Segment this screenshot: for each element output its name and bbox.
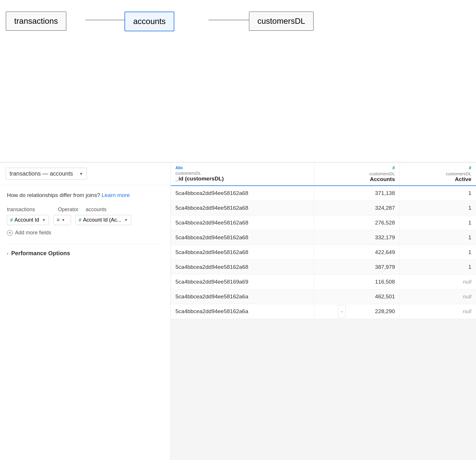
left-field-hash-icon: # — [10, 218, 13, 223]
table-row: 5ca4bbcea2dd94ee58169a69116,508null — [171, 275, 476, 289]
left-field-label: Account Id — [14, 217, 39, 223]
cell-accounts: 422,649 — [314, 245, 400, 260]
abc-type-icon: Abc — [175, 165, 183, 170]
cell-id: 5ca4bbcea2dd94ee58162a68 — [171, 216, 314, 230]
col-source-active: customersDL — [404, 171, 471, 176]
cell-id: 5ca4bbcea2dd94ee58162a68 — [171, 186, 314, 201]
col-header-id: Abc customersDL _id (customersDL) — [171, 163, 314, 186]
connector-line-1 — [85, 20, 126, 20]
right-field-chevron-icon: ▼ — [124, 218, 128, 222]
cell-accounts: 116,508 — [314, 275, 400, 289]
table-body: 5ca4bbcea2dd94ee58162a68371,13815ca4bbce… — [171, 186, 476, 319]
col-name-active: Active — [404, 176, 471, 182]
cell-id: 5ca4bbcea2dd94ee58162a68 — [171, 245, 314, 260]
left-panel: transactions — accounts ▼ How do relatio… — [0, 163, 171, 460]
right-field-hash-icon: # — [79, 218, 81, 223]
node-customersDL[interactable]: customersDL — [249, 12, 314, 31]
left-field-chevron-icon: ▼ — [42, 218, 46, 222]
cell-accounts: 228,290 — [314, 304, 400, 319]
table-row: 5ca4bbcea2dd94ee58162a68387,9791 — [171, 260, 476, 275]
col-source-accounts: customersDL — [319, 171, 395, 176]
results-table: Abc customersDL _id (customersDL) # cust… — [171, 163, 476, 319]
learn-more-link[interactable]: Learn more — [102, 192, 130, 198]
help-text-row: How do relationships differ from joins? … — [7, 192, 164, 198]
dropdown-label: transactions — accounts — [10, 170, 73, 177]
diagram-area: transactions accounts customersDL — [0, 0, 476, 162]
hash-type-icon-active: # — [469, 165, 471, 171]
left-field-select[interactable]: # Account Id ▼ — [7, 215, 49, 225]
col-name-accounts: Accounts — [319, 176, 395, 182]
table-row: 5ca4bbcea2dd94ee58162a6a228,290null — [171, 304, 476, 319]
performance-header[interactable]: › Performance Options — [7, 250, 164, 257]
operator-value: = — [57, 217, 60, 223]
cell-active: null — [400, 289, 476, 304]
cell-accounts: 276,528 — [314, 216, 400, 230]
performance-label: Performance Options — [11, 250, 70, 257]
cell-active: 1 — [400, 260, 476, 275]
table-row: 5ca4bbcea2dd94ee58162a68422,6491 — [171, 245, 476, 260]
table-row: 5ca4bbcea2dd94ee58162a68332,1791 — [171, 230, 476, 245]
relationship-dropdown[interactable]: transactions — accounts ▼ — [6, 168, 87, 180]
cell-accounts: 387,979 — [314, 260, 400, 275]
cell-active: 1 — [400, 216, 476, 230]
plus-circle-icon: + — [7, 230, 13, 236]
cell-accounts: 332,179 — [314, 230, 400, 245]
node-accounts[interactable]: accounts — [125, 12, 174, 31]
operator-header-label: Operator — [58, 207, 81, 213]
left-table-label: transactions — [7, 207, 53, 213]
panel-content: How do relationships differ from joins? … — [0, 185, 171, 460]
col-header-active: # customersDL Active — [400, 163, 476, 186]
cell-active: 1 — [400, 230, 476, 245]
right-panel: Abc customersDL _id (customersDL) # cust… — [171, 163, 476, 460]
cell-id: 5ca4bbcea2dd94ee58162a6a — [171, 304, 314, 319]
collapse-icon: ‹ — [341, 309, 343, 314]
performance-section: › Performance Options — [7, 244, 164, 257]
operator-select[interactable]: = ▼ — [54, 215, 71, 225]
right-table-label: accounts — [86, 207, 107, 213]
dropdown-chevron-icon: ▼ — [79, 171, 83, 176]
table-row: 5ca4bbcea2dd94ee58162a68276,5281 — [171, 216, 476, 230]
add-more-fields-button[interactable]: + Add more fields — [7, 230, 164, 236]
cell-active: null — [400, 304, 476, 319]
col-header-accounts: # customersDL Accounts — [314, 163, 400, 186]
cell-active: null — [400, 275, 476, 289]
connector-line-2 — [208, 20, 250, 20]
cell-active: 1 — [400, 186, 476, 201]
help-text-label: How do relationships differ from joins? — [7, 192, 100, 198]
cell-id: 5ca4bbcea2dd94ee58169a69 — [171, 275, 314, 289]
cell-active: 1 — [400, 201, 476, 216]
node-transactions[interactable]: transactions — [6, 12, 66, 31]
cell-accounts: 371,138 — [314, 186, 400, 201]
operator-chevron-icon: ▼ — [61, 218, 65, 222]
table-container[interactable]: Abc customersDL _id (customersDL) # cust… — [171, 163, 476, 460]
cell-id: 5ca4bbcea2dd94ee58162a68 — [171, 230, 314, 245]
add-fields-label: Add more fields — [15, 230, 51, 236]
panel-header: transactions — accounts ▼ — [0, 163, 171, 185]
table-row: 5ca4bbcea2dd94ee58162a68324,2871 — [171, 201, 476, 216]
performance-chevron-icon: › — [7, 251, 8, 256]
cell-active: 1 — [400, 245, 476, 260]
col-name-id: _id (customersDL) — [175, 176, 309, 182]
right-field-label: Account Id (Ac... — [83, 217, 121, 223]
col-source-id: customersDL — [175, 171, 309, 176]
cell-id: 5ca4bbcea2dd94ee58162a68 — [171, 260, 314, 275]
cell-accounts: 462,501 — [314, 289, 400, 304]
cell-id: 5ca4bbcea2dd94ee58162a68 — [171, 201, 314, 216]
cell-id: 5ca4bbcea2dd94ee58162a6a — [171, 289, 314, 304]
cell-accounts: 324,287 — [314, 201, 400, 216]
table-row: 5ca4bbcea2dd94ee58162a6a462,501null — [171, 289, 476, 304]
hash-type-icon-accounts: # — [392, 165, 395, 171]
bottom-panel: transactions — accounts ▼ How do relatio… — [0, 162, 476, 460]
table-header-row: Abc customersDL _id (customersDL) # cust… — [171, 163, 476, 186]
table-row: 5ca4bbcea2dd94ee58162a68371,1381 — [171, 186, 476, 201]
right-field-select[interactable]: # Account Id (Ac... ▼ — [76, 215, 131, 225]
fields-row: # Account Id ▼ = ▼ # Account Id (Ac... ▼ — [7, 215, 164, 225]
collapse-button[interactable]: ‹ — [338, 305, 346, 318]
